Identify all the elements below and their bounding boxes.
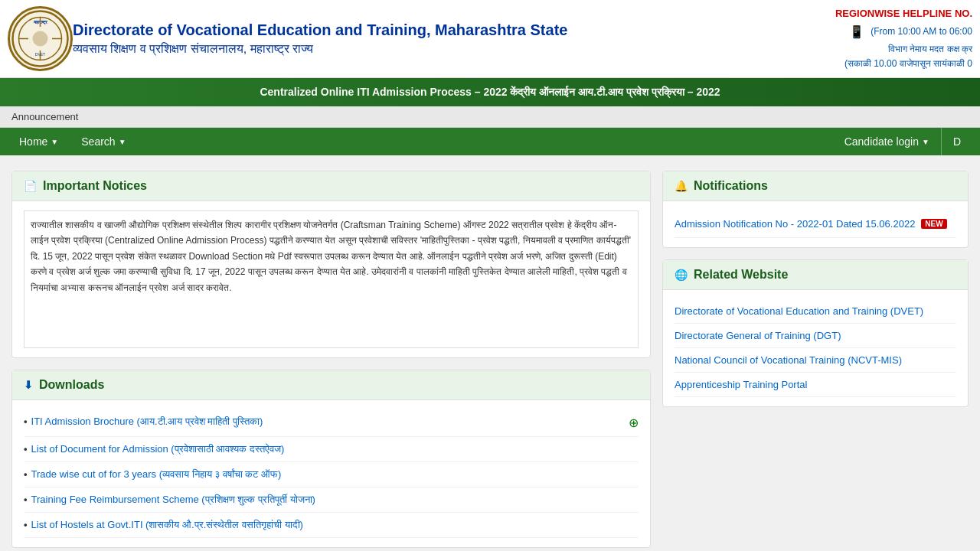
download-list-item[interactable]: • List of Document for Admission (प्रवेश…: [24, 437, 639, 462]
main-nav: Home Search Candidate login D: [0, 128, 980, 155]
new-badge: NEW: [921, 219, 946, 229]
download-list-item[interactable]: • Training Fee Reimbursement Scheme (प्र…: [24, 487, 639, 513]
notices-scroll-area[interactable]: राज्यातील शासकीय व खाजगी औद्योगिक प्रशिक…: [24, 210, 639, 348]
related-websites-title: Related Website: [694, 268, 788, 282]
notification-item[interactable]: Admission Notification No - 2022-01 Date…: [675, 210, 956, 238]
add-icon[interactable]: ⊕: [629, 416, 639, 430]
helpline-block: REGIONWISE HELPLINE NO. 📱 (From 10:00 AM…: [835, 6, 972, 71]
helpline-line3: (सकाळी 10.00 वाजेपासून सायंकाळी 0: [835, 57, 972, 71]
header-text-block: Directorate of Vocational Education and …: [73, 21, 835, 56]
download-item-text: List of Hostels at Govt.ITI (शासकीय औ.प्…: [31, 519, 639, 531]
site-logo: महाराष्ट्र DVET: [8, 6, 73, 71]
download-bullet: •: [24, 519, 28, 530]
bell-icon: [675, 179, 688, 193]
notifications-title: Notifications: [694, 179, 768, 193]
site-title-marathi: व्यवसाय शिक्षण व प्रशिक्षण संचालनालय, मह…: [73, 42, 835, 56]
main-content: Important Notices राज्यातील शासकीय व खाज…: [0, 155, 980, 551]
helpline-label: REGIONWISE HELPLINE NO.: [835, 6, 972, 22]
related-website-item[interactable]: Apprenticeship Training Portal: [675, 373, 956, 397]
related-website-item[interactable]: Directorate General of Training (DGT): [675, 324, 956, 348]
notices-text: राज्यातील शासकीय व खाजगी औद्योगिक प्रशिक…: [31, 217, 632, 295]
related-website-item[interactable]: Directorate of Vocational Education and …: [675, 299, 956, 324]
notifications-header: Notifications: [663, 171, 968, 201]
helpline-time: (From 10:00 AM to 06:00: [871, 26, 972, 37]
download-bullet: •: [24, 468, 28, 480]
download-item-text: Training Fee Reimbursement Scheme (प्रशि…: [31, 494, 639, 506]
helpline-line2: विभाग नेमाय मदत कक्ष क्र: [835, 42, 972, 57]
important-notices-body: राज्यातील शासकीय व खाजगी औद्योगिक प्रशिक…: [12, 201, 650, 357]
downloads-card: Downloads • ITI Admission Brochure (आय.ट…: [11, 370, 651, 548]
admission-banner: Centralized Online ITI Admission Process…: [0, 78, 980, 106]
important-notices-header: Important Notices: [12, 171, 650, 201]
download-list-item[interactable]: • ITI Admission Brochure (आय.टी.आय प्रवे…: [24, 409, 639, 437]
left-panel: Important Notices राज्यातील शासकीय व खाज…: [11, 171, 651, 548]
download-bullet: •: [24, 416, 28, 427]
downloads-body: • ITI Admission Brochure (आय.टी.आय प्रवे…: [12, 400, 650, 547]
notification-text: Admission Notification No - 2022-01 Date…: [675, 218, 915, 230]
doc-icon: [24, 179, 37, 193]
logo-svg: महाराष्ट्र DVET: [11, 10, 69, 67]
download-bullet: •: [24, 443, 28, 455]
download-item-text: List of Document for Admission (प्रवेशास…: [31, 443, 639, 455]
nav-search[interactable]: Search: [70, 128, 137, 155]
notifications-body: Admission Notification No - 2022-01 Date…: [663, 201, 968, 247]
download-item-text: Trade wise cut of for 3 years (व्यवसाय न…: [31, 468, 639, 481]
download-list-item[interactable]: • Trade wise cut of for 3 years (व्यवसाय…: [24, 462, 639, 487]
site-title-english: Directorate of Vocational Education and …: [73, 21, 835, 39]
svg-point-2: [33, 31, 48, 47]
phone-icon: 📱: [849, 22, 864, 42]
downloads-header: Downloads: [12, 370, 650, 400]
download-list-item[interactable]: • List of Hostels at Govt.ITI (शासकीय औ.…: [24, 513, 639, 538]
download-item-text: ITI Admission Brochure (आय.टी.आय प्रवेश …: [31, 416, 625, 428]
globe-icon: [675, 268, 688, 282]
right-panel: Notifications Admission Notification No …: [662, 171, 969, 548]
announcement-bar: Announcement: [0, 106, 980, 128]
banner-text: Centralized Online ITI Admission Process…: [260, 86, 720, 98]
downloads-title: Downloads: [39, 378, 104, 392]
download-bullet: •: [24, 494, 28, 505]
download-icon: [24, 378, 33, 392]
site-header: महाराष्ट्र DVET Directorate of Vocationa…: [0, 0, 980, 78]
nav-home[interactable]: Home: [8, 128, 70, 155]
nav-extra[interactable]: D: [941, 128, 972, 155]
notifications-card: Notifications Admission Notification No …: [662, 171, 969, 248]
downloads-list: • ITI Admission Brochure (आय.टी.आय प्रवे…: [24, 409, 639, 538]
announcement-label: Announcement: [11, 111, 78, 122]
important-notices-title: Important Notices: [43, 179, 147, 193]
nav-candidate-login[interactable]: Candidate login: [833, 128, 941, 155]
related-websites-header: Related Website: [663, 260, 968, 290]
related-website-item[interactable]: National Council of Vocational Training …: [675, 348, 956, 373]
important-notices-card: Important Notices राज्यातील शासकीय व खाज…: [11, 171, 651, 358]
related-websites-card: Related Website Directorate of Vocationa…: [662, 259, 969, 407]
related-websites-body: Directorate of Vocational Education and …: [663, 290, 968, 406]
